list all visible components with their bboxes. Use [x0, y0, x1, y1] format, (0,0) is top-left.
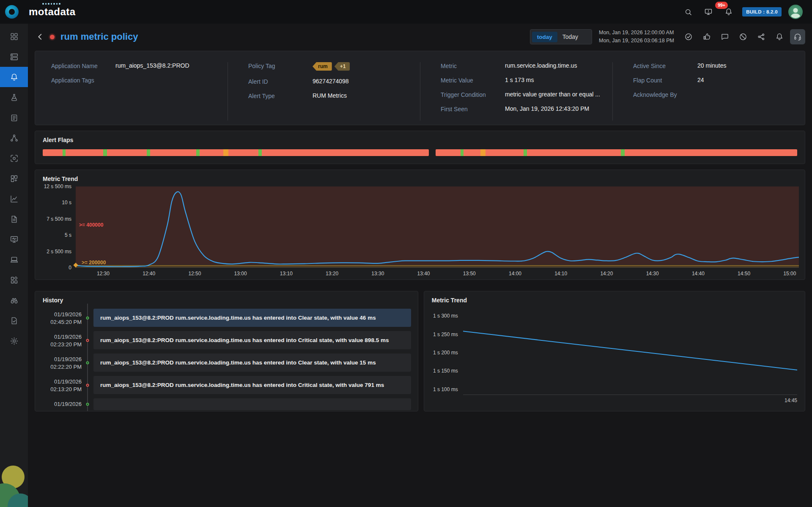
- acknowledge-check-button[interactable]: [681, 29, 696, 44]
- field-value-active-since: 20 minutes: [697, 62, 726, 69]
- small-metric-trend-chart: 1 s 300 ms1 s 250 ms1 s 200 ms1 s 150 ms…: [424, 310, 805, 395]
- field-label-active-since: Active Since: [633, 62, 697, 69]
- alerts-icon: [10, 73, 19, 82]
- sidebar-item-discovery[interactable]: [0, 290, 28, 310]
- motadata-logo-icon: [5, 5, 19, 19]
- field-active-since: Active Since20 minutes: [633, 62, 798, 69]
- flap-segment-green: [196, 149, 200, 156]
- sidebar-item-widgets[interactable]: [0, 270, 28, 290]
- block-button[interactable]: [735, 29, 751, 44]
- flap-segment-green: [258, 149, 262, 156]
- details-column: Active Since20 minutesFlap Count24Acknow…: [612, 62, 805, 121]
- sidebar-item-settings[interactable]: [0, 331, 28, 351]
- flap-segment-red: [107, 149, 147, 156]
- x-tick-label: 14:10: [554, 271, 567, 277]
- flap-segment-red: [200, 149, 224, 156]
- history-title: History: [35, 291, 418, 304]
- threshold-critical-label: >= 400000: [79, 222, 103, 228]
- x-tick-label: 14:20: [600, 271, 613, 277]
- severity-dot: [50, 35, 55, 39]
- y-tick-label: 7 s 500 ms: [47, 216, 71, 222]
- sidebar-item-alerts[interactable]: [0, 67, 28, 87]
- support-headset-icon: [793, 33, 802, 41]
- history-message[interactable]: [93, 398, 411, 410]
- share-button[interactable]: [754, 29, 769, 44]
- policy-tag[interactable]: rum: [313, 62, 332, 71]
- share-icon: [757, 33, 765, 41]
- sidebar-item-servers[interactable]: [0, 47, 28, 67]
- flap-segment-orange: [480, 149, 486, 156]
- x-tick-label: 14:50: [738, 271, 750, 277]
- details-column: Metricrum.service.loading.time.usMetric …: [420, 62, 612, 121]
- build-version-badge: BUILD : 8.2.0: [742, 7, 782, 16]
- sidebar-item-integrations[interactable]: [0, 168, 28, 189]
- alert-flaps-title: Alert Flaps: [35, 131, 805, 143]
- y-tick-label: 5 s: [65, 232, 71, 238]
- history-timeline-rail: [82, 398, 93, 410]
- back-button[interactable]: [35, 31, 46, 42]
- history-timestamp: 01/19/202602:13:20 PM: [38, 376, 82, 394]
- sidebar-item-laptop[interactable]: [0, 249, 28, 270]
- field-value-policy-tag: rum+1: [313, 62, 352, 71]
- sidebar-item-monitor-health[interactable]: [0, 229, 28, 249]
- notifications-button[interactable]: 99+: [722, 5, 735, 19]
- metric-trend-chart: 12 s 500 ms10 s7 s 500 ms5 s2 s 500 ms0 …: [35, 186, 805, 268]
- support-headset-button[interactable]: [790, 29, 805, 44]
- date-to: Mon, Jan 19, 2026 03:06:18 PM: [599, 37, 674, 45]
- field-label-flap-count: Flap Count: [633, 77, 697, 84]
- monitor-alert-button[interactable]: [702, 5, 715, 19]
- block-icon: [739, 33, 747, 41]
- field-metric-value: Metric Value1 s 173 ms: [441, 77, 606, 84]
- x-tick-label: 15:00: [783, 271, 796, 277]
- history-item: 01/19/2026: [38, 398, 411, 410]
- sidebar-item-dashboard[interactable]: [0, 26, 28, 47]
- flap-bar-1[interactable]: [43, 149, 429, 156]
- history-message[interactable]: rum_aiops_153@8.2:PROD rum.service.loadi…: [93, 354, 411, 372]
- flap-segment-red: [228, 149, 258, 156]
- small-metric-trend-panel: Metric Trend 1 s 300 ms1 s 250 ms1 s 200…: [424, 291, 805, 411]
- flap-segment-red: [464, 149, 480, 156]
- y-tick-label: 1 s 250 ms: [433, 332, 458, 337]
- flap-bar-2[interactable]: [436, 149, 797, 156]
- time-range-chip[interactable]: today: [532, 32, 557, 42]
- sidebar-item-logs[interactable]: [0, 107, 28, 128]
- thumbs-up-button[interactable]: [699, 29, 714, 44]
- comment-button[interactable]: [717, 29, 732, 44]
- field-value-metric-value: 1 s 173 ms: [505, 77, 534, 83]
- flap-segment-red: [625, 149, 797, 156]
- field-value-flap-count: 24: [697, 77, 704, 83]
- sidebar-item-flask[interactable]: [0, 87, 28, 107]
- field-value-application-name: rum_aiops_153@8.2:PROD: [115, 62, 189, 69]
- chevron-left-icon: [36, 32, 45, 41]
- sidebar-item-topology[interactable]: [0, 128, 28, 148]
- topology-icon: [10, 134, 19, 143]
- field-label-first-seen: First Seen: [441, 105, 505, 112]
- y-tick-label: 0: [69, 265, 71, 271]
- sidebar-item-metrics[interactable]: [0, 189, 28, 209]
- alert-details-card: Application Namerum_aiops_153@8.2:PRODAp…: [35, 51, 805, 125]
- time-range-picker[interactable]: today Today: [530, 29, 592, 44]
- field-flap-count: Flap Count24: [633, 77, 798, 84]
- x-tick-label: 14:00: [509, 271, 521, 277]
- date-range-display: Mon, Jan 19, 2026 12:00:00 AM Mon, Jan 1…: [599, 29, 674, 45]
- sidebar-item-audit[interactable]: [0, 310, 28, 331]
- field-value-metric: rum.service.loading.time.us: [505, 62, 577, 69]
- history-panel: History 01/19/202602:45:20 PMrum_aiops_1…: [35, 291, 418, 411]
- topbar: motadata 99+ BUILD : 8.2.0: [0, 0, 812, 24]
- small-metric-trend-title: Metric Trend: [424, 291, 805, 304]
- history-timeline-rail: [82, 354, 93, 372]
- sidebar-item-reports[interactable]: [0, 209, 28, 229]
- field-value-trigger-condition: metric value greater than or equal ...: [505, 91, 600, 98]
- sidebar-item-scan[interactable]: [0, 148, 28, 168]
- history-timestamp: 01/19/202602:45:20 PM: [38, 309, 82, 327]
- field-acknowledge-by: Acknowledge By: [633, 91, 798, 98]
- history-timeline-rail: [82, 331, 93, 349]
- notification-bell-button[interactable]: [772, 29, 787, 44]
- history-message[interactable]: rum_aiops_153@8.2:PROD rum.service.loadi…: [93, 376, 411, 394]
- monitor-health-icon: [10, 235, 19, 244]
- user-avatar[interactable]: [788, 5, 803, 19]
- policy-tag-more[interactable]: +1: [335, 62, 350, 71]
- history-message[interactable]: rum_aiops_153@8.2:PROD rum.service.loadi…: [93, 331, 411, 349]
- history-message[interactable]: rum_aiops_153@8.2:PROD rum.service.loadi…: [93, 309, 411, 327]
- search-button[interactable]: [681, 5, 695, 19]
